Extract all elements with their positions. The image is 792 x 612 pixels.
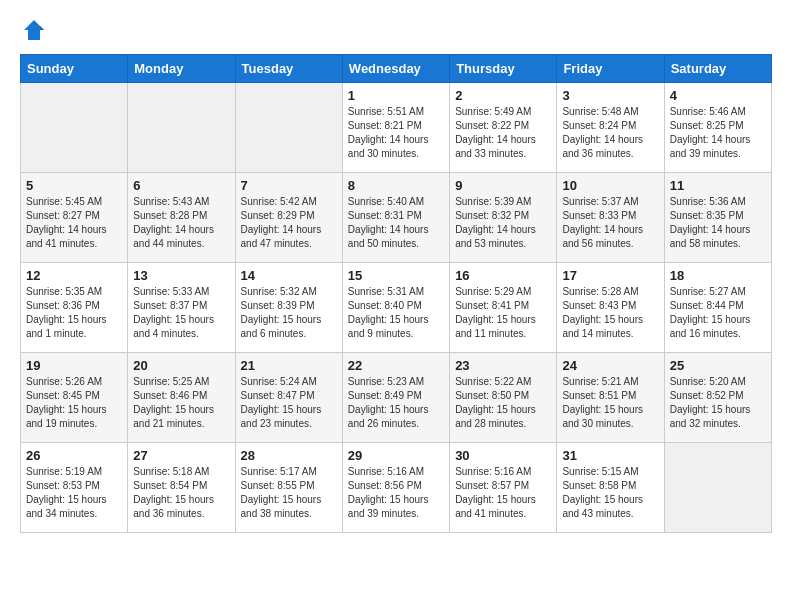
day-info: Sunrise: 5:15 AM Sunset: 8:58 PM Dayligh… (562, 465, 658, 521)
day-cell: 17Sunrise: 5:28 AM Sunset: 8:43 PM Dayli… (557, 263, 664, 353)
day-number: 12 (26, 268, 122, 283)
day-cell: 5Sunrise: 5:45 AM Sunset: 8:27 PM Daylig… (21, 173, 128, 263)
day-number: 11 (670, 178, 766, 193)
day-cell: 19Sunrise: 5:26 AM Sunset: 8:45 PM Dayli… (21, 353, 128, 443)
page: SundayMondayTuesdayWednesdayThursdayFrid… (0, 0, 792, 612)
day-info: Sunrise: 5:24 AM Sunset: 8:47 PM Dayligh… (241, 375, 337, 431)
day-cell: 20Sunrise: 5:25 AM Sunset: 8:46 PM Dayli… (128, 353, 235, 443)
day-number: 22 (348, 358, 444, 373)
day-cell (21, 83, 128, 173)
day-number: 15 (348, 268, 444, 283)
day-number: 20 (133, 358, 229, 373)
day-cell: 25Sunrise: 5:20 AM Sunset: 8:52 PM Dayli… (664, 353, 771, 443)
day-number: 3 (562, 88, 658, 103)
week-row-4: 19Sunrise: 5:26 AM Sunset: 8:45 PM Dayli… (21, 353, 772, 443)
day-cell: 1Sunrise: 5:51 AM Sunset: 8:21 PM Daylig… (342, 83, 449, 173)
day-cell: 6Sunrise: 5:43 AM Sunset: 8:28 PM Daylig… (128, 173, 235, 263)
day-info: Sunrise: 5:43 AM Sunset: 8:28 PM Dayligh… (133, 195, 229, 251)
day-cell: 2Sunrise: 5:49 AM Sunset: 8:22 PM Daylig… (450, 83, 557, 173)
day-info: Sunrise: 5:37 AM Sunset: 8:33 PM Dayligh… (562, 195, 658, 251)
day-number: 13 (133, 268, 229, 283)
day-info: Sunrise: 5:26 AM Sunset: 8:45 PM Dayligh… (26, 375, 122, 431)
day-info: Sunrise: 5:20 AM Sunset: 8:52 PM Dayligh… (670, 375, 766, 431)
day-cell: 27Sunrise: 5:18 AM Sunset: 8:54 PM Dayli… (128, 443, 235, 533)
day-header-saturday: Saturday (664, 55, 771, 83)
day-cell (664, 443, 771, 533)
week-row-3: 12Sunrise: 5:35 AM Sunset: 8:36 PM Dayli… (21, 263, 772, 353)
day-number: 19 (26, 358, 122, 373)
day-header-thursday: Thursday (450, 55, 557, 83)
day-info: Sunrise: 5:51 AM Sunset: 8:21 PM Dayligh… (348, 105, 444, 161)
day-info: Sunrise: 5:49 AM Sunset: 8:22 PM Dayligh… (455, 105, 551, 161)
day-cell: 13Sunrise: 5:33 AM Sunset: 8:37 PM Dayli… (128, 263, 235, 353)
day-number: 23 (455, 358, 551, 373)
day-cell: 15Sunrise: 5:31 AM Sunset: 8:40 PM Dayli… (342, 263, 449, 353)
header (20, 16, 772, 44)
day-info: Sunrise: 5:23 AM Sunset: 8:49 PM Dayligh… (348, 375, 444, 431)
day-number: 16 (455, 268, 551, 283)
day-cell: 30Sunrise: 5:16 AM Sunset: 8:57 PM Dayli… (450, 443, 557, 533)
day-cell (235, 83, 342, 173)
day-info: Sunrise: 5:33 AM Sunset: 8:37 PM Dayligh… (133, 285, 229, 341)
day-cell: 23Sunrise: 5:22 AM Sunset: 8:50 PM Dayli… (450, 353, 557, 443)
day-info: Sunrise: 5:29 AM Sunset: 8:41 PM Dayligh… (455, 285, 551, 341)
day-cell: 11Sunrise: 5:36 AM Sunset: 8:35 PM Dayli… (664, 173, 771, 263)
day-info: Sunrise: 5:28 AM Sunset: 8:43 PM Dayligh… (562, 285, 658, 341)
day-number: 7 (241, 178, 337, 193)
day-cell: 9Sunrise: 5:39 AM Sunset: 8:32 PM Daylig… (450, 173, 557, 263)
day-number: 6 (133, 178, 229, 193)
day-number: 25 (670, 358, 766, 373)
day-info: Sunrise: 5:25 AM Sunset: 8:46 PM Dayligh… (133, 375, 229, 431)
day-number: 28 (241, 448, 337, 463)
day-info: Sunrise: 5:39 AM Sunset: 8:32 PM Dayligh… (455, 195, 551, 251)
day-number: 30 (455, 448, 551, 463)
day-info: Sunrise: 5:35 AM Sunset: 8:36 PM Dayligh… (26, 285, 122, 341)
day-info: Sunrise: 5:45 AM Sunset: 8:27 PM Dayligh… (26, 195, 122, 251)
day-info: Sunrise: 5:36 AM Sunset: 8:35 PM Dayligh… (670, 195, 766, 251)
day-cell: 21Sunrise: 5:24 AM Sunset: 8:47 PM Dayli… (235, 353, 342, 443)
day-cell: 26Sunrise: 5:19 AM Sunset: 8:53 PM Dayli… (21, 443, 128, 533)
day-info: Sunrise: 5:19 AM Sunset: 8:53 PM Dayligh… (26, 465, 122, 521)
day-cell: 29Sunrise: 5:16 AM Sunset: 8:56 PM Dayli… (342, 443, 449, 533)
day-info: Sunrise: 5:31 AM Sunset: 8:40 PM Dayligh… (348, 285, 444, 341)
header-row: SundayMondayTuesdayWednesdayThursdayFrid… (21, 55, 772, 83)
day-header-monday: Monday (128, 55, 235, 83)
day-cell: 22Sunrise: 5:23 AM Sunset: 8:49 PM Dayli… (342, 353, 449, 443)
day-number: 31 (562, 448, 658, 463)
day-number: 26 (26, 448, 122, 463)
day-header-tuesday: Tuesday (235, 55, 342, 83)
calendar-table: SundayMondayTuesdayWednesdayThursdayFrid… (20, 54, 772, 533)
day-cell: 31Sunrise: 5:15 AM Sunset: 8:58 PM Dayli… (557, 443, 664, 533)
day-number: 2 (455, 88, 551, 103)
day-info: Sunrise: 5:40 AM Sunset: 8:31 PM Dayligh… (348, 195, 444, 251)
logo-icon (20, 16, 48, 44)
day-number: 14 (241, 268, 337, 283)
day-number: 1 (348, 88, 444, 103)
day-cell: 10Sunrise: 5:37 AM Sunset: 8:33 PM Dayli… (557, 173, 664, 263)
day-header-sunday: Sunday (21, 55, 128, 83)
day-number: 5 (26, 178, 122, 193)
day-cell: 28Sunrise: 5:17 AM Sunset: 8:55 PM Dayli… (235, 443, 342, 533)
day-info: Sunrise: 5:27 AM Sunset: 8:44 PM Dayligh… (670, 285, 766, 341)
day-number: 4 (670, 88, 766, 103)
week-row-2: 5Sunrise: 5:45 AM Sunset: 8:27 PM Daylig… (21, 173, 772, 263)
day-cell: 7Sunrise: 5:42 AM Sunset: 8:29 PM Daylig… (235, 173, 342, 263)
week-row-5: 26Sunrise: 5:19 AM Sunset: 8:53 PM Dayli… (21, 443, 772, 533)
logo (20, 16, 52, 44)
day-cell: 14Sunrise: 5:32 AM Sunset: 8:39 PM Dayli… (235, 263, 342, 353)
day-cell: 12Sunrise: 5:35 AM Sunset: 8:36 PM Dayli… (21, 263, 128, 353)
day-cell: 4Sunrise: 5:46 AM Sunset: 8:25 PM Daylig… (664, 83, 771, 173)
day-info: Sunrise: 5:16 AM Sunset: 8:56 PM Dayligh… (348, 465, 444, 521)
day-header-friday: Friday (557, 55, 664, 83)
day-info: Sunrise: 5:42 AM Sunset: 8:29 PM Dayligh… (241, 195, 337, 251)
day-header-wednesday: Wednesday (342, 55, 449, 83)
day-info: Sunrise: 5:16 AM Sunset: 8:57 PM Dayligh… (455, 465, 551, 521)
day-number: 8 (348, 178, 444, 193)
day-number: 9 (455, 178, 551, 193)
day-number: 21 (241, 358, 337, 373)
day-number: 10 (562, 178, 658, 193)
day-number: 18 (670, 268, 766, 283)
day-cell (128, 83, 235, 173)
day-info: Sunrise: 5:22 AM Sunset: 8:50 PM Dayligh… (455, 375, 551, 431)
day-cell: 16Sunrise: 5:29 AM Sunset: 8:41 PM Dayli… (450, 263, 557, 353)
